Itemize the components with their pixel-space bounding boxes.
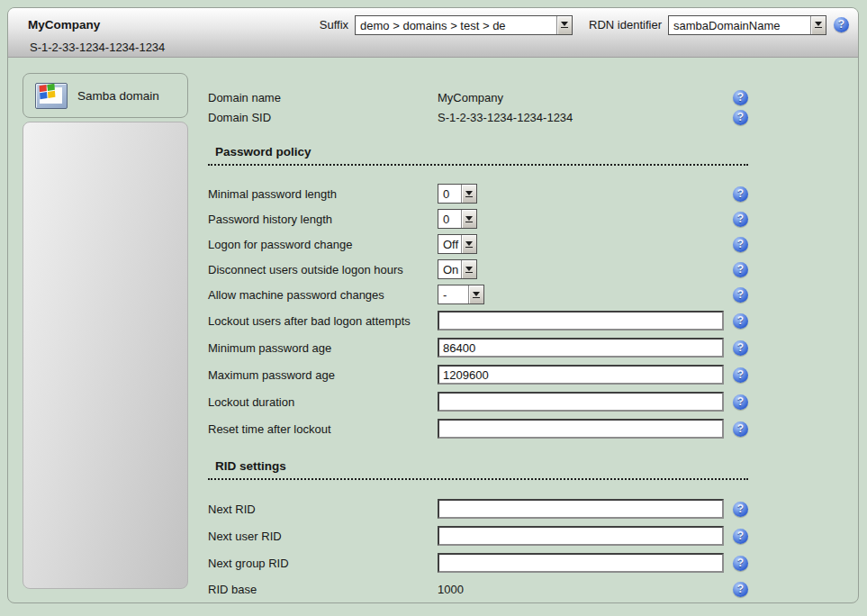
help-icon[interactable]: ? <box>733 90 748 105</box>
chevron-down-icon <box>468 285 483 303</box>
logon-for-password-change-label: Logon for password change <box>208 238 438 251</box>
help-icon[interactable]: ? <box>733 262 748 277</box>
next-rid-row: Next RID ? <box>208 498 748 520</box>
suffix-select[interactable]: demo > domains > test > de <box>355 15 573 35</box>
suffix-label: Suffix <box>320 18 348 32</box>
help-icon[interactable]: ? <box>834 17 849 32</box>
tab-samba-domain-label: Samba domain <box>77 89 159 103</box>
rid-settings-section-title: RID settings <box>208 457 748 480</box>
chevron-down-icon <box>461 235 476 253</box>
minimal-password-length-row: Minimal password length 0 ? <box>208 184 748 204</box>
chevron-down-icon <box>461 260 476 278</box>
password-history-length-label: Password history length <box>208 213 438 226</box>
next-user-rid-row: Next user RID ? <box>208 525 748 547</box>
samba-domain-page: { "icons": { "help_glyph": "?" }, "title… <box>0 0 867 616</box>
reset-time-after-lockout-label: Reset time after lockout <box>208 422 438 436</box>
password-history-length-row: Password history length 0 ? <box>208 209 748 229</box>
maximum-password-age-row: Maximum password age ? <box>208 364 748 385</box>
allow-machine-password-changes-label: Allow machine password changes <box>208 288 438 302</box>
disconnect-users-select[interactable]: On <box>438 259 477 279</box>
domain-sid-label: Domain SID <box>208 111 438 124</box>
password-policy-section-title: Password policy <box>208 143 748 166</box>
rid-base-row: RID base 1000 ? <box>208 579 748 599</box>
help-icon[interactable]: ? <box>733 529 748 544</box>
disconnect-users-label: Disconnect users outside logon hours <box>208 263 438 276</box>
help-icon[interactable]: ? <box>733 582 748 597</box>
minimal-password-length-select[interactable]: 0 <box>438 184 477 204</box>
chevron-down-icon <box>810 16 826 34</box>
disconnect-users-row: Disconnect users outside logon hours On … <box>208 259 748 279</box>
rid-base-value: 1000 <box>438 583 464 596</box>
lockout-bad-logon-label: Lockout users after bad logon attempts <box>208 314 438 328</box>
next-group-rid-input[interactable] <box>438 553 724 573</box>
help-icon[interactable]: ? <box>733 110 748 125</box>
logon-for-password-change-row: Logon for password change Off ? <box>208 234 748 254</box>
help-icon[interactable]: ? <box>733 367 748 383</box>
next-group-rid-label: Next group RID <box>208 557 438 570</box>
minimum-password-age-row: Minimum password age ? <box>208 337 748 358</box>
domain-sid-row: Domain SID S-1-2-33-1234-1234-1234 ? <box>208 107 748 127</box>
lockout-duration-input[interactable] <box>438 392 724 412</box>
chevron-down-icon <box>556 16 572 34</box>
rdn-identifier-label: RDN identifier <box>589 18 662 32</box>
help-icon[interactable]: ? <box>733 556 748 571</box>
reset-time-after-lockout-row: Reset time after lockout ? <box>208 418 748 439</box>
maximum-password-age-label: Maximum password age <box>208 368 438 382</box>
lockout-duration-row: Lockout duration ? <box>208 391 748 412</box>
chevron-down-icon <box>461 210 476 228</box>
allow-machine-password-changes-value: - <box>438 285 468 303</box>
help-icon[interactable]: ? <box>733 313 748 329</box>
maximum-password-age-input[interactable] <box>438 365 724 385</box>
page-title: MyCompany <box>28 18 320 32</box>
minimal-password-length-value: 0 <box>438 185 461 203</box>
help-icon[interactable]: ? <box>733 502 748 517</box>
rid-base-label: RID base <box>208 583 438 596</box>
minimum-password-age-input[interactable] <box>438 338 724 358</box>
lockout-duration-label: Lockout duration <box>208 395 438 409</box>
next-group-rid-row: Next group RID ? <box>208 552 748 574</box>
domain-name-value: MyCompany <box>438 91 503 104</box>
allow-machine-password-changes-row: Allow machine password changes - ? <box>208 285 748 304</box>
reset-time-after-lockout-input[interactable] <box>438 419 724 439</box>
help-icon[interactable]: ? <box>733 394 748 410</box>
next-rid-input[interactable] <box>438 499 724 519</box>
minimal-password-length-label: Minimal password length <box>208 187 438 201</box>
logon-for-password-change-select[interactable]: Off <box>438 234 477 254</box>
domain-sid-value: S-1-2-33-1234-1234-1234 <box>438 111 573 124</box>
sidebar-panel <box>23 122 188 589</box>
suffix-select-value: demo > domains > test > de <box>356 16 556 34</box>
lockout-bad-logon-row: Lockout users after bad logon attempts ? <box>208 310 748 331</box>
rdn-identifier-select[interactable]: sambaDomainName <box>668 15 826 35</box>
next-user-rid-input[interactable] <box>438 526 724 546</box>
domain-name-label: Domain name <box>208 91 438 104</box>
next-user-rid-label: Next user RID <box>208 530 438 543</box>
samba-domain-form: Domain name MyCompany ? Domain SID S-1-2… <box>208 87 748 603</box>
domain-name-row: Domain name MyCompany ? <box>208 87 748 107</box>
lockout-bad-logon-input[interactable] <box>438 311 724 331</box>
help-icon[interactable]: ? <box>733 421 748 437</box>
rdn-select-value: sambaDomainName <box>669 16 810 34</box>
help-icon[interactable]: ? <box>733 186 748 202</box>
main-window: MyCompany Suffix demo > domains > test >… <box>7 7 859 603</box>
tab-samba-domain[interactable]: Samba domain <box>23 73 188 118</box>
help-icon[interactable]: ? <box>733 212 748 227</box>
logon-for-password-change-value: Off <box>438 235 461 253</box>
allow-machine-password-changes-select[interactable]: - <box>438 285 484 304</box>
password-history-length-select[interactable]: 0 <box>438 209 477 229</box>
disconnect-users-value: On <box>438 260 461 278</box>
password-history-length-value: 0 <box>438 210 461 228</box>
title-bar: MyCompany Suffix demo > domains > test >… <box>8 8 858 58</box>
chevron-down-icon <box>461 185 476 203</box>
next-rid-label: Next RID <box>208 503 438 516</box>
domain-sid-subtitle: S-1-2-33-1234-1234-1234 <box>30 41 165 54</box>
minimum-password-age-label: Minimum password age <box>208 341 438 355</box>
windows-logo-icon <box>35 83 68 109</box>
help-icon[interactable]: ? <box>733 287 748 303</box>
help-icon[interactable]: ? <box>733 237 748 252</box>
help-icon[interactable]: ? <box>733 340 748 356</box>
